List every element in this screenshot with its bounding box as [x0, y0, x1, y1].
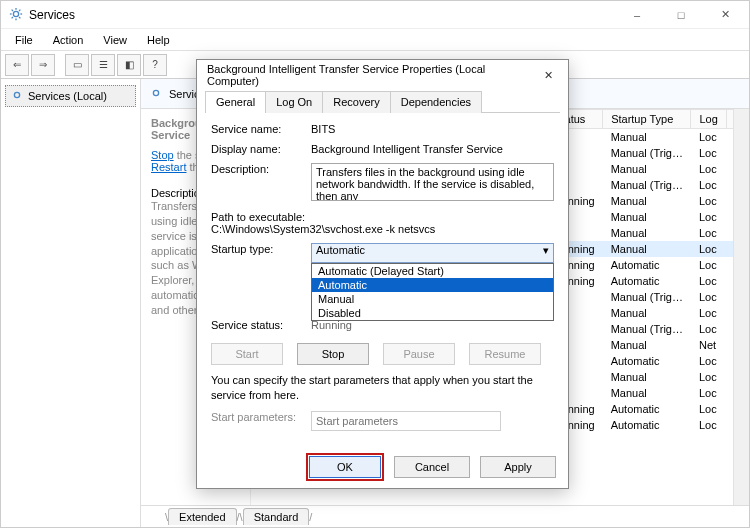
tab-extended[interactable]: Extended [168, 508, 236, 525]
toolbar-btn-4[interactable]: ? [143, 54, 167, 76]
dialog-close-button[interactable]: ✕ [534, 64, 562, 86]
stop-service-link[interactable]: Stop [151, 149, 174, 161]
tab-standard[interactable]: Standard [243, 508, 310, 525]
toolbar-btn-2[interactable]: ☰ [91, 54, 115, 76]
restart-service-link[interactable]: Restart [151, 161, 186, 173]
chevron-down-icon: ▾ [543, 244, 549, 257]
svg-point-10 [153, 90, 158, 95]
label-service-name: Service name: [211, 123, 311, 135]
apply-button[interactable]: Apply [480, 456, 556, 478]
col-startup[interactable]: Startup Type [603, 110, 691, 129]
svg-line-5 [12, 9, 13, 10]
pause-button: Pause [383, 343, 455, 365]
tab-general[interactable]: General [205, 91, 266, 113]
tree-root-label: Services (Local) [28, 90, 107, 102]
dd-opt-manual[interactable]: Manual [312, 292, 553, 306]
menu-file[interactable]: File [7, 32, 41, 48]
cancel-button[interactable]: Cancel [394, 456, 470, 478]
svg-line-8 [19, 9, 20, 10]
dialog-tabs: General Log On Recovery Dependencies [205, 90, 560, 113]
ok-highlight: OK [306, 453, 384, 481]
toolbar-btn-3[interactable]: ◧ [117, 54, 141, 76]
svg-point-0 [13, 11, 18, 16]
label-path: Path to executable: [211, 211, 554, 223]
minimize-button[interactable]: – [615, 1, 659, 29]
startup-type-combobox[interactable]: Automatic ▾ [311, 243, 554, 263]
dd-opt-disabled[interactable]: Disabled [312, 306, 553, 320]
svg-line-6 [19, 17, 20, 18]
value-display-name: Background Intelligent Transfer Service [311, 143, 554, 155]
description-textarea[interactable]: Transfers files in the background using … [311, 163, 554, 201]
gear-icon [10, 88, 24, 104]
dd-opt-delayed[interactable]: Automatic (Delayed Start) [312, 264, 553, 278]
label-service-status: Service status: [211, 319, 311, 331]
label-start-params: Start parameters: [211, 411, 311, 423]
tab-logon[interactable]: Log On [265, 91, 323, 113]
col-log[interactable]: Log [691, 110, 726, 129]
start-button: Start [211, 343, 283, 365]
nav-fwd-button[interactable]: ⇒ [31, 54, 55, 76]
stop-button[interactable]: Stop [297, 343, 369, 365]
dd-opt-automatic[interactable]: Automatic [312, 278, 553, 292]
gear-icon [149, 86, 163, 102]
resume-button: Resume [469, 343, 541, 365]
label-display-name: Display name: [211, 143, 311, 155]
properties-dialog: Background Intelligent Transfer Service … [196, 59, 569, 489]
window-title: Services [29, 8, 75, 22]
hint-text: You can specify the start parameters tha… [211, 373, 554, 403]
ok-button[interactable]: OK [309, 456, 381, 478]
titlebar: Services – □ ✕ [1, 1, 749, 29]
start-params-input [311, 411, 501, 431]
label-startup-type: Startup type: [211, 243, 311, 255]
menubar: File Action View Help [1, 29, 749, 51]
dialog-title: Background Intelligent Transfer Service … [207, 63, 534, 87]
vertical-scrollbar[interactable] [733, 109, 749, 505]
tab-recovery[interactable]: Recovery [322, 91, 390, 113]
services-window: Services – □ ✕ File Action View Help ⇐ ⇒… [0, 0, 750, 528]
close-button[interactable]: ✕ [703, 1, 747, 29]
maximize-button[interactable]: □ [659, 1, 703, 29]
tree-pane: Services (Local) [1, 79, 141, 527]
toolbar-btn-1[interactable]: ▭ [65, 54, 89, 76]
label-description: Description: [211, 163, 311, 175]
menu-view[interactable]: View [95, 32, 135, 48]
nav-back-button[interactable]: ⇐ [5, 54, 29, 76]
menu-action[interactable]: Action [45, 32, 92, 48]
gear-icon [9, 7, 23, 23]
tree-root-item[interactable]: Services (Local) [5, 85, 136, 107]
startup-type-dropdown[interactable]: Automatic (Delayed Start) Automatic Manu… [311, 263, 554, 321]
menu-help[interactable]: Help [139, 32, 178, 48]
value-path: C:\Windows\System32\svchost.exe -k netsv… [211, 223, 554, 235]
bottom-tabs: \ Extended /\ Standard / [141, 505, 749, 527]
tab-dependencies[interactable]: Dependencies [390, 91, 482, 113]
svg-point-9 [14, 92, 19, 97]
svg-line-7 [12, 17, 13, 18]
value-service-name: BITS [311, 123, 554, 135]
